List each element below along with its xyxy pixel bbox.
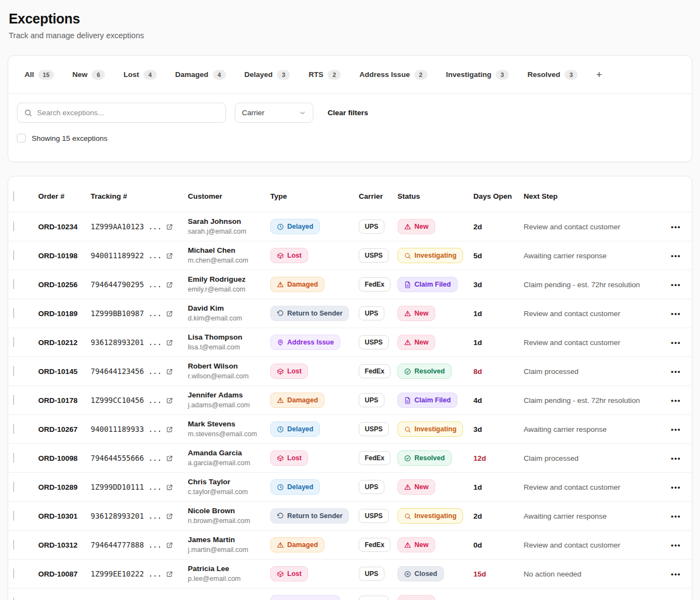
tab-address-issue[interactable]: Address Issue 2 [359,70,427,80]
external-link-icon [166,571,173,578]
tab-lost[interactable]: Lost 4 [123,70,157,80]
search-input[interactable] [37,109,219,117]
tab-count-badge: 2 [414,70,428,80]
status-badge-new: New [398,219,435,234]
external-link-icon [166,542,173,549]
tracking-external-link[interactable] [166,310,173,317]
row-actions-menu[interactable]: ••• [661,367,692,376]
tracking-number: 940011189933 ... [91,425,162,433]
row-checkbox[interactable] [13,453,14,463]
row-actions-menu[interactable]: ••• [661,396,692,405]
status-badge-new: New [398,537,435,553]
search-box[interactable] [17,103,226,123]
status-badge-investigating: Investigating [398,421,463,437]
customer-cell: Nicole Brown n.brown@email.com [188,506,270,525]
row-checkbox[interactable] [13,337,14,347]
search-icon [404,252,411,259]
row-checkbox[interactable] [13,597,14,600]
tracking-external-link[interactable] [166,281,173,288]
row-actions-menu[interactable]: ••• [661,252,692,260]
tab-delayed[interactable]: Delayed 3 [245,70,290,80]
tracking-external-link[interactable] [166,397,173,404]
tab-investigating[interactable]: Investigating 3 [446,70,509,80]
carrier-dropdown[interactable]: Carrier [235,103,313,123]
tab-damaged[interactable]: Damaged 4 [175,70,226,80]
type-badge-address-issue: Address Issue [270,335,340,350]
row-actions-menu[interactable]: ••• [661,483,692,491]
row-checkbox[interactable] [13,510,14,521]
external-link-icon [166,252,173,259]
days-open: 5d [473,252,524,260]
next-step: Review and contact customer [524,310,661,318]
carrier-pill: UPS [359,480,384,494]
add-tab-button[interactable]: + [596,70,602,80]
select-all-checkbox[interactable] [13,191,14,201]
row-checkbox[interactable] [13,250,14,260]
days-open: 1d [473,483,524,491]
row-actions-menu[interactable]: ••• [661,425,692,433]
col-next-step: Next Step [524,192,661,200]
select-all-visible-checkbox[interactable] [17,134,26,142]
type-badge-damaged: Damaged [270,537,324,553]
row-checkbox[interactable] [13,482,14,492]
days-open: 1d [473,338,524,347]
customer-email: m.stevens@email.com [188,430,270,439]
status-badge-claim-filed: Claim Filed [398,277,458,292]
customer-email: d.kim@email.com [188,314,270,323]
row-actions-menu[interactable]: ••• [661,281,692,289]
row-actions-menu[interactable]: ••• [661,338,692,347]
row-checkbox[interactable] [13,308,14,318]
next-step: Awaiting carrier response [524,512,661,520]
row-actions-menu[interactable]: ••• [661,541,692,549]
row-actions-menu[interactable]: ••• [661,454,692,462]
tracking-external-link[interactable] [166,513,173,520]
tracking-external-link[interactable] [166,368,173,375]
next-step: Claim processed [524,454,661,462]
row-checkbox[interactable] [13,221,14,231]
clear-filters-button[interactable]: Clear filters [328,109,368,117]
row-actions-menu[interactable]: ••• [661,310,692,318]
row-actions-menu[interactable]: ••• [661,570,692,578]
tracking-external-link[interactable] [166,542,173,549]
row-checkbox[interactable] [13,424,14,434]
row-checkbox[interactable] [13,366,14,376]
row-checkbox[interactable] [13,279,14,289]
row-actions-menu[interactable]: ••• [661,223,692,231]
type-badge-address-issue: Address Issue [270,595,340,600]
customer-name: Kevin White [188,598,270,600]
row-checkbox[interactable] [13,568,14,579]
carrier-pill: UPS [359,393,384,407]
tracking-external-link[interactable] [166,426,173,433]
col-carrier: Carrier [359,192,398,200]
tracking-external-link[interactable] [166,484,173,491]
tracking-external-link[interactable] [166,339,173,346]
tab-label: Resolved [527,70,560,79]
customer-cell: Chris Taylor c.taylor@email.com [188,477,270,496]
tab-resolved[interactable]: Resolved 3 [527,70,578,80]
tracking-external-link[interactable] [166,252,173,259]
customer-email: j.adams@email.com [188,401,270,410]
tracking-external-link[interactable] [166,455,173,462]
clock-icon [277,426,284,433]
tracking-external-link[interactable] [166,571,173,578]
tab-all[interactable]: All 15 [25,70,54,80]
carrier-pill: FedEx [359,364,390,378]
customer-email: a.garcia@email.com [188,459,270,468]
customer-name: Mark Stevens [188,419,270,429]
type-badge-lost: Lost [270,450,308,466]
order-number: ORD-10098 [38,454,91,462]
tab-rts[interactable]: RTS 2 [309,70,341,80]
tab-count-badge: 3 [277,70,290,80]
days-open: 0d [473,541,524,549]
tracking-external-link[interactable] [166,223,173,230]
type-badge-delayed: Delayed [270,219,320,234]
type-badge-lost: Lost [270,566,308,581]
file-text-icon [404,397,411,404]
row-checkbox[interactable] [13,395,14,405]
tab-label: Address Issue [359,70,410,79]
row-actions-menu[interactable]: ••• [661,512,692,520]
row-checkbox[interactable] [13,539,14,550]
tab-new[interactable]: New 6 [73,70,105,80]
status-badge-new: New [398,595,435,600]
tracking-number: 794644555666 ... [91,454,162,462]
